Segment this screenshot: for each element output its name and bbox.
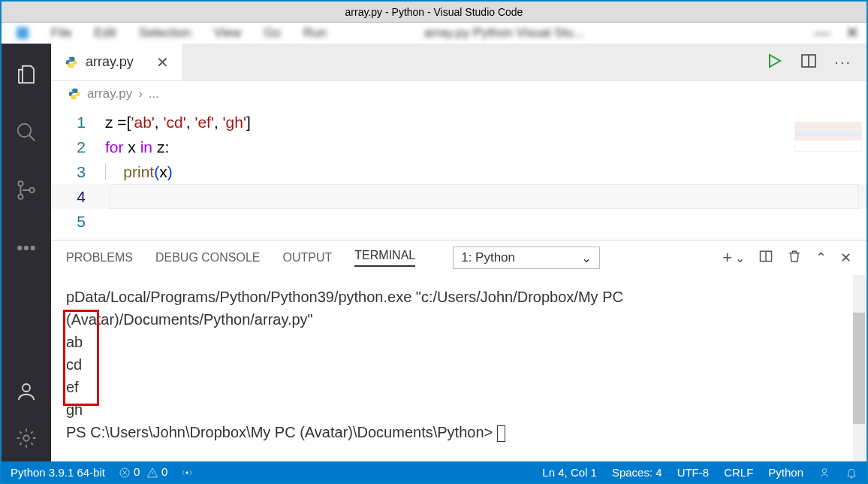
source-control-icon[interactable] — [14, 178, 38, 202]
status-broadcast-icon[interactable] — [181, 465, 193, 479]
status-problems[interactable]: 0 0 — [119, 465, 167, 479]
panel-tab-debug[interactable]: DEBUG CONSOLE — [155, 251, 261, 265]
svg-point-13 — [76, 98, 77, 98]
chevron-up-icon[interactable]: ⌃ — [815, 250, 827, 266]
code-line[interactable] — [105, 209, 110, 234]
svg-point-0 — [18, 124, 32, 138]
notifications-bell-icon[interactable] — [845, 465, 857, 479]
line-number: 3 — [51, 159, 105, 184]
svg-point-2 — [18, 195, 23, 199]
more-icon[interactable] — [14, 236, 38, 260]
search-icon[interactable] — [14, 120, 38, 144]
svg-point-5 — [25, 247, 29, 250]
panel-tab-problems[interactable]: PROBLEMS — [66, 251, 133, 265]
breadcrumb[interactable]: array.py › ... — [51, 81, 866, 107]
line-number: 2 — [51, 135, 105, 159]
svg-point-1 — [18, 181, 23, 186]
line-number: 4 — [51, 184, 105, 209]
terminal-line: (Avatar)/Documents/Python/array.py" — [66, 308, 851, 331]
terminal-selector[interactable]: 1: Python ⌄ — [453, 247, 600, 269]
svg-point-8 — [23, 435, 29, 441]
menu-edit[interactable]: Edit — [94, 26, 116, 41]
code-line[interactable]: print(x) — [105, 159, 173, 184]
terminal-output: gh — [66, 398, 851, 421]
line-number: 1 — [51, 110, 105, 135]
settings-gear-icon[interactable] — [14, 426, 38, 450]
python-file-icon — [68, 87, 81, 101]
svg-point-4 — [18, 247, 22, 250]
tab-bar: array.py ✕ ··· — [51, 44, 866, 81]
vscode-logo — [17, 27, 29, 39]
status-python-version[interactable]: Python 3.9.1 64-bit — [11, 466, 105, 479]
panel: PROBLEMS DEBUG CONSOLE OUTPUT TERMINAL 1… — [51, 240, 866, 461]
editor-more-icon[interactable]: ··· — [834, 53, 851, 71]
line-number: 5 — [51, 209, 105, 234]
panel-tabs: PROBLEMS DEBUG CONSOLE OUTPUT TERMINAL 1… — [51, 240, 866, 275]
run-icon[interactable] — [765, 52, 783, 73]
menu-view[interactable]: View — [214, 26, 242, 41]
chevron-down-icon: ⌄ — [581, 250, 592, 266]
python-file-icon — [65, 56, 78, 69]
status-language[interactable]: Python — [768, 466, 803, 479]
code-line[interactable]: z =['ab', 'cd', 'ef', 'gh'] — [105, 110, 251, 135]
panel-close-icon[interactable]: ✕ — [840, 250, 851, 266]
menu-overflow: array.py Python Visual Stu... — [424, 26, 584, 41]
status-eol[interactable]: CRLF — [724, 466, 753, 479]
svg-point-9 — [69, 57, 70, 58]
terminal[interactable]: pData/Local/Programs/Python/Python39/pyt… — [51, 275, 866, 461]
breadcrumb-file: array.py — [87, 86, 132, 101]
split-terminal-icon[interactable] — [758, 249, 773, 267]
menu-selection[interactable]: Selection — [139, 26, 191, 41]
terminal-output: ab — [66, 331, 851, 353]
tab-label: array.py — [86, 54, 134, 70]
minimap[interactable] — [794, 122, 862, 152]
panel-tab-terminal[interactable]: TERMINAL — [354, 249, 415, 267]
tab-close-icon[interactable]: ✕ — [156, 53, 169, 71]
activity-bar — [2, 44, 51, 461]
svg-point-7 — [23, 384, 30, 392]
panel-tab-output[interactable]: OUTPUT — [283, 251, 333, 265]
tab-array-py[interactable]: array.py ✕ — [51, 44, 183, 80]
svg-point-10 — [73, 65, 74, 66]
terminal-output: cd — [66, 353, 851, 376]
new-terminal-icon[interactable]: + — [722, 248, 732, 268]
terminal-scrollbar[interactable] — [853, 275, 865, 461]
svg-point-16 — [186, 472, 188, 474]
status-bar: Python 3.9.1 64-bit 0 0 Ln 4, Col 1 Spac… — [2, 461, 866, 482]
svg-point-3 — [29, 188, 34, 192]
terminal-line: pData/Local/Programs/Python/Python39/pyt… — [66, 286, 851, 308]
svg-point-6 — [32, 247, 35, 250]
menu-run[interactable]: Run — [303, 26, 327, 41]
terminal-selector-label: 1: Python — [461, 250, 515, 265]
svg-point-17 — [822, 469, 826, 473]
code-editor[interactable]: 1 z =['ab', 'cd', 'ef', 'gh'] 2 for x in… — [51, 107, 866, 240]
svg-point-12 — [72, 89, 73, 90]
menu-file[interactable]: File — [51, 26, 71, 41]
menu-go[interactable]: Go — [264, 26, 281, 41]
status-encoding[interactable]: UTF-8 — [677, 466, 710, 479]
terminal-cursor — [497, 425, 505, 442]
explorer-icon[interactable] — [14, 62, 38, 86]
trash-icon[interactable] — [787, 249, 802, 267]
split-editor-icon[interactable] — [800, 52, 818, 73]
status-indentation[interactable]: Spaces: 4 — [612, 466, 662, 479]
accounts-icon[interactable] — [14, 380, 38, 404]
breadcrumb-more: ... — [149, 86, 159, 101]
menu-bar: File Edit Selection View Go Run array.py… — [2, 23, 866, 44]
window-close-icon[interactable]: ✕ — [845, 23, 859, 43]
status-cursor-position[interactable]: Ln 4, Col 1 — [542, 466, 597, 479]
code-line[interactable]: for x in z: — [105, 135, 169, 159]
window-title: array.py - Python - Visual Studio Code — [345, 6, 523, 18]
chevron-down-icon[interactable]: ⌄ — [735, 251, 745, 265]
feedback-icon[interactable] — [818, 465, 830, 479]
code-line[interactable] — [105, 184, 110, 209]
terminal-prompt: PS C:\Users\John\Dropbox\My PC (Avatar)\… — [66, 421, 851, 443]
terminal-output: ef — [66, 376, 851, 398]
breadcrumb-sep: › — [138, 86, 143, 101]
window-minimize-icon[interactable]: — — [814, 23, 830, 43]
title-bar: array.py - Python - Visual Studio Code — [2, 2, 866, 23]
